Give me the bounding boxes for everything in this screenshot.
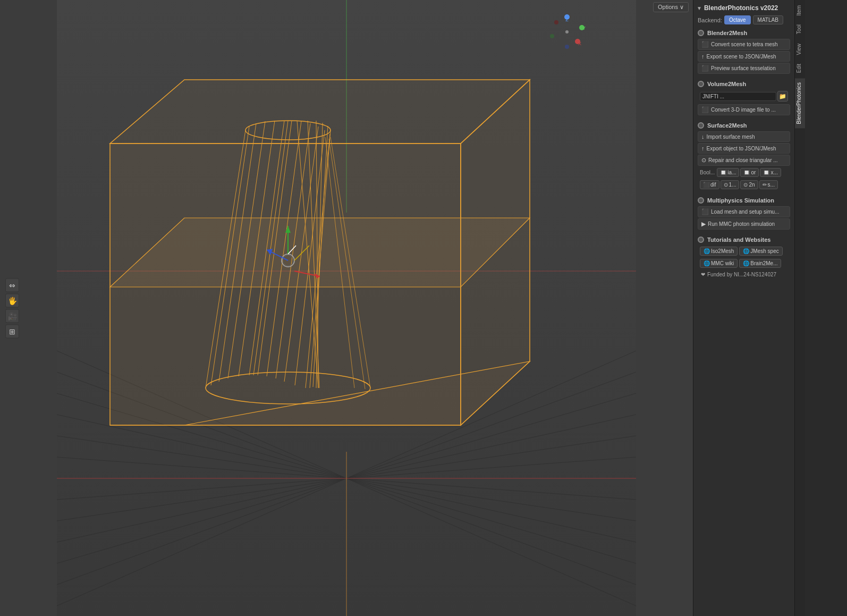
svg-point-64: [565, 45, 569, 49]
bool-x-btn[interactable]: 🔲 x...: [760, 168, 781, 177]
bool-dif-btn[interactable]: ⬛ dif: [700, 180, 719, 189]
bool-s-btn[interactable]: ✏ s...: [759, 180, 778, 189]
brain2me-icon: 🌐: [743, 260, 749, 266]
svg-text:Y: Y: [582, 26, 586, 31]
iso2mesh-label: Iso2Mesh: [711, 248, 734, 254]
repair-close-btn[interactable]: ⊙ Repair and close triangular ...: [698, 155, 790, 166]
move-tool-btn[interactable]: 🖐: [5, 293, 19, 307]
tutorials-body: 🌐 Iso2Mesh 🌐 JMesh spec 🌐 MMC wiki 🌐: [696, 244, 792, 280]
tutorials-title: Tutorials and Websites: [707, 237, 770, 243]
export-json-btn[interactable]: ↑ Export scene to JSON/JMesh: [698, 51, 790, 62]
surface2mesh-header[interactable]: Surface2Mesh: [696, 121, 792, 130]
grid-tool-btn[interactable]: ⊞: [5, 324, 19, 338]
iso2mesh-btn[interactable]: 🌐 Iso2Mesh: [700, 247, 738, 256]
volume2mesh-header[interactable]: Volume2Mesh: [696, 79, 792, 89]
export-object-icon: ↑: [701, 145, 705, 151]
import-surface-label: Import surface mesh: [707, 134, 755, 140]
bool-ia-icon: 🔲: [720, 170, 726, 175]
run-mmc-btn[interactable]: ▶ Run MMC photon simulation: [698, 218, 790, 230]
blender2mesh-body: ⬛ Convert scene to tetra mesh ↑ Export s…: [696, 38, 792, 76]
backend-label: Backend:: [698, 17, 722, 23]
link-row-1: 🌐 Iso2Mesh 🌐 JMesh spec: [698, 246, 790, 257]
tab-tool[interactable]: Tool: [795, 20, 805, 38]
bool-label: Bool...: [700, 170, 715, 175]
load-mesh-label: Load mesh and setup simu...: [711, 209, 779, 215]
run-mmc-label: Run MMC photon simulation: [708, 221, 775, 227]
bool-row: Bool... 🔲 ia... 🔲 or 🔲 x...: [698, 167, 790, 178]
panel-title: BlenderPhotonics v2022: [704, 4, 778, 12]
surface2mesh-section: Surface2Mesh ↓ Import surface mesh ↑ Exp…: [696, 121, 792, 192]
run-mmc-icon: ▶: [701, 221, 706, 227]
bool-or-btn[interactable]: 🔲 or: [740, 168, 759, 177]
bool-x-label: x...: [770, 170, 777, 175]
side-panel: ▼ BlenderPhotonics v2022 Backend: Octave…: [693, 0, 794, 616]
blender2mesh-header[interactable]: Blender2Mesh: [696, 28, 792, 38]
bool-2n-btn[interactable]: ⊙ 2n: [740, 180, 758, 189]
options-button[interactable]: Options ∨: [653, 2, 689, 12]
right-panels: ▼ BlenderPhotonics v2022 Backend: Octave…: [693, 0, 847, 616]
collapse-triangle: ▼: [697, 5, 702, 11]
bool-1-icon: ⊙: [724, 182, 728, 188]
svg-point-65: [550, 34, 554, 38]
tab-item[interactable]: Item: [795, 1, 805, 20]
tab-view[interactable]: View: [795, 39, 805, 60]
bool-2n-label: 2n: [749, 182, 755, 188]
bool-row-2: ⬛ dif ⊙ 1... ⊙ 2n ✏ s...: [698, 179, 790, 190]
bool-dif-icon: ⬛: [703, 182, 709, 188]
multiphysics-header[interactable]: Multiphysics Simulation: [696, 196, 792, 205]
export-object-btn[interactable]: ↑ Export object to JSON/JMesh: [698, 143, 790, 154]
cursor-tool-btn[interactable]: ⇔: [5, 278, 19, 292]
svg-point-66: [554, 20, 558, 24]
jnifti-input[interactable]: [700, 92, 776, 101]
mmc-wiki-icon: 🌐: [704, 260, 710, 266]
preview-tess-label: Preview surface tesselation: [711, 65, 776, 71]
viewport[interactable]: Options ∨ ⇔ 🖐 🎥 ⊞: [0, 0, 693, 616]
brain2me-btn[interactable]: 🌐 Brain2Me...: [739, 259, 781, 268]
jmesh-btn[interactable]: 🌐 JMesh spec: [739, 247, 782, 256]
matlab-button[interactable]: MATLAB: [753, 15, 783, 24]
bool-or-icon: 🔲: [743, 170, 750, 175]
convert-3d-label: Convert 3-D image file to ...: [711, 107, 776, 113]
jmesh-label: JMesh spec: [750, 248, 778, 254]
panel-header: ▼ BlenderPhotonics v2022: [696, 2, 792, 14]
bool-ia-label: ia...: [727, 170, 736, 175]
bool-s-icon: ✏: [763, 182, 767, 188]
convert-3d-btn[interactable]: ⬛ Convert 3-D image file to ...: [698, 104, 790, 115]
bool-ia-btn[interactable]: 🔲 ia...: [717, 168, 739, 177]
export-object-label: Export object to JSON/JMesh: [707, 146, 776, 151]
bool-1-btn[interactable]: ⊙ 1...: [721, 180, 740, 189]
heart-icon: ❤: [701, 272, 705, 277]
repair-close-icon: ⊙: [701, 157, 706, 164]
import-surface-icon: ↓: [701, 133, 705, 140]
tab-edit[interactable]: Edit: [795, 60, 805, 77]
multiphysics-section: Multiphysics Simulation ⬛ Load mesh and …: [696, 196, 792, 232]
link-row-2: 🌐 MMC wiki 🌐 Brain2Me...: [698, 258, 790, 269]
camera-tool-btn[interactable]: 🎥: [5, 309, 19, 323]
bool-2n-icon: ⊙: [743, 182, 748, 188]
load-mesh-btn[interactable]: ⬛ Load mesh and setup simu...: [698, 206, 790, 217]
preview-tess-btn[interactable]: ⬛ Preview surface tesselation: [698, 63, 790, 74]
bool-x-icon: 🔲: [763, 170, 769, 175]
bool-dif-label: dif: [710, 182, 716, 188]
bool-s-label: s...: [768, 182, 775, 188]
iso2mesh-icon: 🌐: [704, 248, 710, 254]
svg-text:X: X: [578, 41, 581, 46]
mmc-wiki-btn[interactable]: 🌐 MMC wiki: [700, 259, 738, 268]
tab-blenderphotonics[interactable]: BlenderPhotonics: [795, 78, 805, 128]
tutorials-header[interactable]: Tutorials and Websites: [696, 235, 792, 244]
volume2mesh-title: Volume2Mesh: [707, 81, 746, 87]
import-surface-btn[interactable]: ↓ Import surface mesh: [698, 131, 790, 142]
svg-text:Z: Z: [565, 17, 569, 22]
octave-button[interactable]: Octave: [724, 15, 751, 24]
surface2mesh-dot: [698, 122, 704, 129]
repair-close-label: Repair and close triangular ...: [708, 157, 778, 163]
n-panel-tabs: Item Tool View Edit BlenderPhotonics: [794, 0, 805, 616]
convert-tetra-label: Convert scene to tetra mesh: [711, 41, 778, 47]
convert-tetra-btn[interactable]: ⬛ Convert scene to tetra mesh: [698, 39, 790, 50]
blender2mesh-section: Blender2Mesh ⬛ Convert scene to tetra me…: [696, 28, 792, 76]
export-json-icon: ↑: [701, 53, 705, 60]
convert-3d-icon: ⬛: [701, 106, 709, 113]
funded-text: ❤ Funded by NI...24-NS124027: [698, 270, 790, 279]
surface2mesh-body: ↓ Import surface mesh ↑ Export object to…: [696, 130, 792, 192]
folder-icon-btn[interactable]: 📁: [777, 91, 788, 102]
